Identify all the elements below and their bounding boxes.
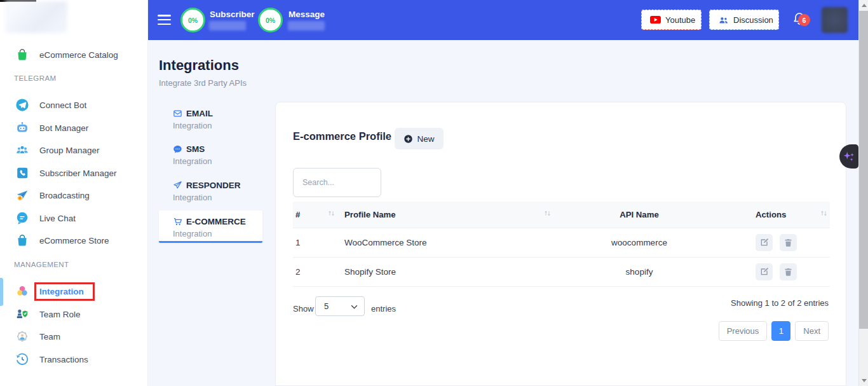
email-icon — [173, 109, 182, 118]
gear-person-icon — [15, 329, 29, 343]
discussion-button[interactable]: Discussion — [709, 10, 779, 30]
subscriber-percent: 0% — [188, 17, 198, 24]
delete-button[interactable] — [780, 234, 797, 251]
row-number: 1 — [293, 228, 337, 257]
sidebar-section-management: MANAGEMENT — [14, 261, 69, 268]
sidebar-section-telegram: TELEGRAM — [14, 74, 56, 82]
edit-button[interactable] — [756, 263, 773, 280]
entries-per-page-select[interactable]: 5 — [315, 296, 365, 316]
menu-toggle-icon[interactable] — [158, 15, 171, 25]
chevron-down-icon — [351, 305, 358, 309]
column-header-profile-name[interactable]: Profile Name — [337, 202, 553, 228]
role-shield-icon — [15, 307, 29, 321]
panel-title: E-commerce Profile — [293, 130, 391, 142]
sidebar-item-ecommerce-store[interactable]: eCommerce Store — [0, 233, 148, 249]
scrollbar-thumb[interactable] — [859, 11, 868, 329]
api-name-cell: woocommerce — [553, 228, 725, 257]
sidebar-item-bot-manager[interactable]: Bot Manager — [0, 120, 148, 137]
sidebar-item-broadcasting[interactable]: Broadcasting — [0, 188, 148, 204]
sidebar-item-ecommerce-catalog[interactable]: eCommerce Catalog — [0, 47, 148, 64]
sort-icon[interactable] — [327, 209, 336, 219]
subnav-item-name: SMS — [186, 144, 205, 154]
search-input[interactable] — [293, 168, 381, 197]
column-header-api-name[interactable]: API Name — [553, 202, 725, 228]
row-number: 2 — [293, 257, 337, 286]
plus-circle-icon — [403, 134, 413, 144]
sidebar-item-connect-bot[interactable]: Connect Bot — [0, 97, 148, 114]
show-label: Show — [293, 304, 314, 314]
paper-plane-icon — [173, 181, 182, 190]
delete-button[interactable] — [780, 263, 797, 280]
subnav-item-sub: Integration — [173, 156, 275, 166]
sidebar-item-label: Subscriber Manager — [39, 165, 117, 181]
cart-icon — [173, 217, 182, 226]
subnav-item-sub: Integration — [173, 193, 275, 202]
column-header-num[interactable]: # — [293, 202, 337, 228]
sidebar-item-label: Team — [39, 329, 60, 345]
previous-page-button[interactable]: Previous — [719, 321, 768, 341]
sparkles-icon — [842, 149, 856, 163]
next-page-button[interactable]: Next — [795, 321, 829, 341]
shopping-bag-green-icon — [15, 48, 29, 62]
new-button-label: New — [417, 134, 434, 144]
sidebar-item-team[interactable]: Team — [0, 329, 148, 345]
page-title: Integrations — [159, 57, 239, 74]
sidebar-item-team-role[interactable]: Team Role — [0, 307, 148, 323]
youtube-button-label: Youtube — [665, 15, 695, 25]
message-progress-ring: 0% — [258, 8, 283, 32]
sidebar-item-label: Live Chat — [39, 210, 76, 226]
annotation-highlight-box: Integration — [34, 282, 95, 301]
scrollbar-down-arrow-icon[interactable] — [862, 379, 867, 382]
subscriber-stat-label: Subscriber — [210, 10, 255, 19]
api-name-cell: shopify — [553, 257, 725, 286]
sidebar-item-live-chat[interactable]: Live Chat — [0, 210, 148, 227]
ai-assistant-button[interactable] — [839, 144, 858, 169]
sidebar-item-group-manager[interactable]: Group Manager — [0, 142, 148, 159]
contact-phone-icon — [15, 166, 29, 180]
sidebar-item-transactions[interactable]: Transactions — [0, 352, 148, 368]
broadcast-plane-icon — [15, 188, 29, 202]
browser-scrollbar[interactable] — [858, 0, 868, 386]
message-percent: 0% — [266, 17, 275, 24]
message-stat-value-redacted — [288, 21, 325, 31]
sidebar-item-label: Group Manager — [39, 142, 100, 158]
discussion-button-label: Discussion — [733, 15, 773, 25]
sidebar-item-label-integration[interactable]: Integration — [39, 285, 84, 299]
subscriber-stat-value-redacted — [209, 21, 246, 31]
people-group-icon — [15, 143, 29, 157]
subnav-item-email[interactable]: EMAIL Integration — [173, 109, 275, 130]
subnav-item-responder[interactable]: RESPONDER Integration — [173, 181, 275, 202]
page-1-button[interactable]: 1 — [771, 321, 790, 341]
edit-button[interactable] — [756, 234, 773, 251]
column-header-actions[interactable]: Actions — [725, 202, 830, 228]
sidebar-item-subscriber-manager[interactable]: Subscriber Manager — [0, 165, 148, 182]
app-logo[interactable] — [5, 1, 67, 33]
youtube-button[interactable]: Youtube — [641, 10, 702, 30]
subnav-item-sms[interactable]: SMS Integration — [173, 144, 275, 166]
sort-icon[interactable] — [543, 209, 552, 219]
subnav-item-sub: Integration — [173, 121, 275, 130]
scrollbar-up-arrow-icon[interactable] — [862, 4, 867, 7]
notification-count-badge[interactable]: 6 — [798, 14, 810, 26]
sms-bubble-icon — [173, 144, 182, 154]
user-avatar[interactable] — [822, 7, 848, 33]
integration-circles-icon — [15, 284, 29, 298]
robot-icon — [15, 121, 29, 135]
table-row: 1 WooCommerce Store woocommerce — [293, 228, 830, 257]
sort-icon[interactable] — [820, 209, 828, 219]
profile-name-cell: Shopify Store — [337, 257, 553, 286]
subnav-item-sub: Integration — [173, 229, 275, 238]
subnav-item-name: RESPONDER — [186, 181, 241, 190]
subnav-item-ecommerce[interactable]: E-COMMERCE Integration — [173, 217, 275, 238]
showing-entries-text: Showing 1 to 2 of 2 entries — [731, 298, 829, 308]
sidebar-item-label: eCommerce Catalog — [39, 47, 118, 63]
shopping-bag-blue-icon — [15, 233, 29, 247]
sidebar-item-label: Bot Manager — [39, 120, 88, 136]
telegram-icon — [15, 98, 29, 112]
entries-label: entries — [371, 304, 396, 314]
table-row: 2 Shopify Store shopify — [293, 257, 830, 286]
sidebar-item-label: eCommerce Store — [39, 233, 109, 249]
new-button[interactable]: New — [395, 128, 444, 149]
sidebar-item-label: Broadcasting — [39, 188, 90, 203]
sidebar: eCommerce Catalog TELEGRAM Connect Bot B… — [0, 0, 148, 386]
